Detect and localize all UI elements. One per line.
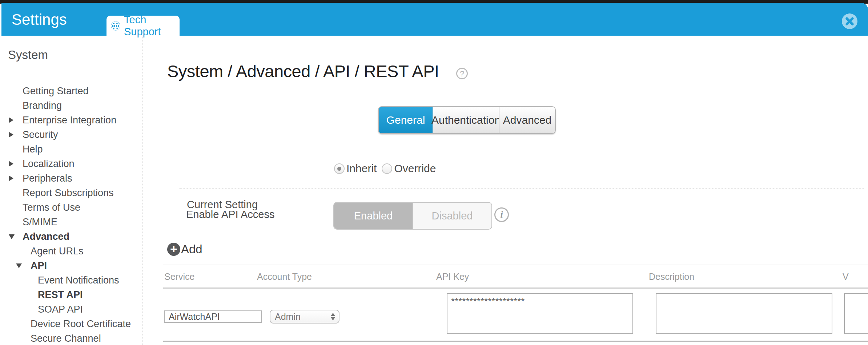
add-button[interactable]: + Add (167, 242, 202, 256)
section-tabs: General Authentication Advanced (378, 106, 556, 134)
chevron-right-icon[interactable] (9, 117, 13, 123)
table-top-border (163, 265, 868, 265)
tab-tech-support-label: Tech Support (124, 14, 180, 38)
sidebar-item-soap-api[interactable]: SOAP API (1, 302, 142, 317)
radio-inherit[interactable] (334, 163, 345, 174)
settings-modal: Settings Tech Support (1, 3, 868, 345)
chevron-right-icon[interactable] (9, 175, 13, 181)
plus-icon: + (167, 243, 180, 256)
sidebar-item-getting-started[interactable]: Getting Started (1, 84, 142, 98)
globe-icon (111, 21, 120, 31)
toggle-disabled-button[interactable]: Disabled (413, 203, 491, 229)
column-header-account-type: Account Type (257, 271, 312, 282)
settings-sidebar: System Getting Started Branding Enterpri… (1, 36, 142, 345)
service-input[interactable] (164, 310, 262, 323)
toggle-enabled-button[interactable]: Enabled (334, 203, 413, 229)
column-header-truncated: V (843, 271, 849, 282)
chevron-right-icon[interactable] (9, 161, 13, 167)
sidebar-item-rest-api[interactable]: REST API (1, 288, 142, 302)
sidebar-section-title: System (8, 47, 142, 63)
truncated-column-field[interactable] (844, 293, 868, 334)
column-header-api-key: API Key (436, 271, 469, 282)
sidebar-item-smime[interactable]: S/MIME (1, 215, 142, 229)
current-setting-radios: Inherit Override (334, 162, 441, 175)
window-title: Settings (12, 3, 67, 36)
radio-dot (337, 167, 341, 171)
chevron-down-icon[interactable] (9, 234, 15, 239)
chevron-right-icon[interactable] (9, 132, 13, 138)
sidebar-item-advanced[interactable]: Advanced (1, 229, 142, 244)
sidebar-item-enterprise-integration[interactable]: Enterprise Integration (1, 113, 142, 127)
tab-authentication[interactable]: Authentication (433, 107, 499, 133)
sidebar-nav: Getting Started Branding Enterprise Inte… (1, 84, 142, 345)
help-icon[interactable]: ? (456, 68, 468, 79)
info-icon[interactable]: i (494, 207, 509, 222)
radio-inherit-label[interactable]: Inherit (346, 162, 377, 175)
sidebar-item-peripherals[interactable]: Peripherals (1, 171, 142, 186)
radio-override-label[interactable]: Override (394, 162, 436, 175)
tab-advanced[interactable]: Advanced (499, 107, 555, 133)
sidebar-item-terms-of-use[interactable]: Terms of Use (1, 200, 142, 215)
settings-main-pane: System / Advanced / API / REST API ? Gen… (142, 36, 868, 345)
chevron-down-icon[interactable] (16, 263, 22, 268)
tab-tech-support[interactable]: Tech Support (107, 16, 180, 36)
enable-api-access-label: Enable API Access (186, 209, 274, 221)
column-header-description: Description (649, 271, 694, 282)
description-field[interactable] (656, 293, 832, 334)
sidebar-item-device-root-certificate[interactable]: Device Root Certificate (1, 317, 142, 331)
enable-api-toggle: Enabled Disabled (333, 202, 492, 230)
account-type-value: Admin (275, 312, 301, 322)
section-divider (179, 188, 864, 189)
api-key-field[interactable]: ******************** (447, 293, 633, 334)
sidebar-item-report-subscriptions[interactable]: Report Subscriptions (1, 186, 142, 200)
sidebar-item-agent-urls[interactable]: Agent URLs (1, 244, 142, 258)
close-button[interactable] (842, 13, 857, 29)
column-header-service: Service (164, 271, 194, 282)
sidebar-item-localization[interactable]: Localization (1, 156, 142, 171)
settings-header: Settings Tech Support (1, 3, 868, 36)
account-type-select[interactable]: Admin (270, 310, 339, 324)
radio-override[interactable] (382, 163, 392, 174)
sidebar-item-security[interactable]: Security (1, 127, 142, 142)
page-title: System / Advanced / API / REST API (167, 61, 439, 81)
table-header-divider (163, 288, 868, 289)
close-icon (845, 17, 854, 25)
select-stepper-icon (331, 313, 335, 321)
table-row-bottom-border (163, 341, 868, 342)
sidebar-item-api[interactable]: API (1, 258, 142, 273)
sidebar-item-secure-channel[interactable]: Secure Channel (1, 331, 142, 345)
add-button-label: Add (181, 242, 202, 256)
tab-general[interactable]: General (379, 107, 433, 133)
sidebar-item-help[interactable]: Help (1, 142, 142, 156)
sidebar-item-branding[interactable]: Branding (1, 98, 142, 113)
sidebar-item-event-notifications[interactable]: Event Notifications (1, 273, 142, 288)
